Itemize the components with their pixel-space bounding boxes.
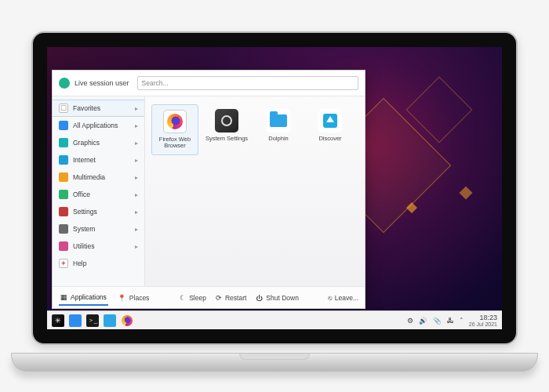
- sidebar-item-multimedia[interactable]: Multimedia ▸: [53, 169, 144, 186]
- search-input[interactable]: Search...: [137, 76, 358, 90]
- sidebar-item-label: Settings: [73, 208, 97, 216]
- system-icon: [59, 224, 68, 234]
- chevron-right-icon: ▸: [135, 243, 138, 250]
- app-label: System Settings: [205, 136, 248, 142]
- chevron-right-icon: ▸: [135, 122, 138, 129]
- office-icon: [59, 190, 68, 199]
- app-label: Firefox Web Browser: [154, 136, 196, 150]
- panel-clock[interactable]: 18:23 26 Jul 2021: [469, 314, 497, 327]
- sidebar-item-favorites[interactable]: ☐ Favorites ▸: [53, 100, 144, 117]
- chevron-right-icon: ▸: [135, 157, 138, 164]
- action-label: Restart: [225, 294, 246, 302]
- restart-icon: ⟳: [216, 294, 222, 302]
- chevron-right-icon: ▸: [135, 226, 138, 233]
- discover-icon: [318, 109, 342, 132]
- laptop-notch: [239, 354, 310, 360]
- sidebar-item-label: System: [73, 225, 95, 233]
- search-placeholder: Search...: [142, 79, 169, 87]
- shutdown-button[interactable]: ⏻ Shut Down: [256, 294, 299, 302]
- appmenu-body: ☐ Favorites ▸ All Applications ▸ Graphic…: [53, 96, 365, 286]
- firefox-icon: [163, 110, 187, 133]
- graphics-icon: [59, 138, 68, 147]
- user-avatar-icon: [59, 78, 70, 89]
- app-discover[interactable]: Discover: [307, 104, 354, 155]
- sidebar-item-system[interactable]: System ▸: [53, 220, 144, 238]
- favorites-grid: Firefox Web Browser System Settings Dolp…: [151, 104, 358, 155]
- sidebar-item-help[interactable]: + Help: [53, 255, 144, 272]
- pinned-firefox-icon[interactable]: [121, 314, 133, 327]
- sidebar-item-label: Graphics: [73, 139, 100, 147]
- app-firefox[interactable]: Firefox Web Browser: [151, 104, 198, 155]
- app-label: Discover: [318, 136, 341, 142]
- bookmark-icon: ☐: [59, 103, 68, 113]
- appmenu-header: Live session user Search...: [53, 71, 365, 96]
- footer-tabs: ▦ Applications 📍 Places: [59, 290, 151, 306]
- tab-label: Places: [129, 294, 150, 302]
- laptop-frame: Live session user Search... ☐ Favorites …: [31, 31, 518, 361]
- leave-button[interactable]: ⎋ Leave...: [328, 294, 358, 302]
- help-icon: +: [59, 259, 68, 268]
- sidebar-item-all-applications[interactable]: All Applications ▸: [53, 117, 144, 134]
- chevron-right-icon: ▸: [135, 209, 138, 216]
- chevron-right-icon: ▸: [135, 191, 138, 198]
- action-label: Sleep: [189, 294, 206, 302]
- category-sidebar: ☐ Favorites ▸ All Applications ▸ Graphic…: [53, 96, 145, 286]
- sleep-icon: ☾: [180, 294, 186, 302]
- chevron-right-icon: ▸: [135, 174, 138, 181]
- sidebar-item-utilities[interactable]: Utilities ▸: [53, 238, 144, 255]
- utilities-icon: [59, 241, 68, 251]
- sidebar-item-office[interactable]: Office ▸: [53, 186, 144, 203]
- sidebar-item-graphics[interactable]: Graphics ▸: [53, 134, 144, 151]
- action-label: Shut Down: [266, 294, 299, 302]
- pinned-dashboard-icon[interactable]: [69, 314, 82, 327]
- tray-updates-icon[interactable]: ⚙: [407, 317, 413, 325]
- favorites-pane: Firefox Web Browser System Settings Dolp…: [145, 96, 365, 286]
- application-menu: Live session user Search... ☐ Favorites …: [52, 70, 365, 309]
- sidebar-item-label: Utilities: [73, 242, 94, 250]
- restart-button[interactable]: ⟳ Restart: [216, 294, 246, 302]
- tray-volume-icon[interactable]: 🔊: [419, 317, 427, 325]
- leave-icon: ⎋: [328, 294, 332, 302]
- power-icon: ⏻: [256, 294, 263, 302]
- sidebar-item-label: All Applications: [73, 122, 118, 129]
- system-tray: ⚙ 🔊 📎 🖧 ˄ 18:23 26 Jul 2021: [407, 314, 497, 327]
- screen-bezel: Live session user Search... ☐ Favorites …: [31, 31, 518, 345]
- sidebar-item-internet[interactable]: Internet ▸: [53, 151, 144, 169]
- app-launcher-button[interactable]: ✳: [52, 314, 64, 327]
- multimedia-icon: [59, 172, 68, 182]
- sidebar-item-label: Help: [73, 260, 86, 267]
- laptop-base: [11, 353, 538, 372]
- pinned-apps: ＞_: [69, 314, 133, 327]
- clock-date: 26 Jul 2021: [469, 321, 497, 327]
- places-tab-icon: 📍: [118, 294, 126, 302]
- pinned-files-icon[interactable]: [104, 314, 116, 327]
- sidebar-item-settings[interactable]: Settings ▸: [53, 203, 144, 220]
- action-label: Leave...: [335, 294, 358, 302]
- monitor-screen: Live session user Search... ☐ Favorites …: [47, 47, 502, 329]
- apps-tab-icon: ▦: [60, 293, 67, 301]
- app-dolphin[interactable]: Dolphin: [255, 104, 302, 155]
- session-user-label: Live session user: [75, 79, 133, 87]
- sidebar-item-label: Internet: [73, 156, 96, 164]
- clock-time: 18:23: [469, 314, 497, 321]
- tab-applications[interactable]: ▦ Applications: [59, 290, 108, 306]
- sleep-button[interactable]: ☾ Sleep: [180, 294, 206, 302]
- tab-places[interactable]: 📍 Places: [116, 290, 151, 306]
- tray-chevron-icon[interactable]: ˄: [460, 317, 464, 325]
- system-settings-icon: [215, 109, 238, 132]
- appmenu-footer: ▦ Applications 📍 Places ☾ Sleep: [53, 286, 365, 308]
- taskbar-panel: ✳ ＞_ ⚙ 🔊 📎 🖧 ˄ 18:23 26 Jul 2021: [47, 310, 502, 329]
- app-label: Dolphin: [268, 136, 288, 142]
- tray-network-icon[interactable]: 🖧: [447, 317, 454, 325]
- app-system-settings[interactable]: System Settings: [203, 104, 250, 155]
- chevron-right-icon: ▸: [135, 105, 138, 112]
- sidebar-item-label: Multimedia: [73, 173, 105, 181]
- dolphin-icon: [267, 109, 290, 132]
- sidebar-item-label: Office: [73, 191, 90, 198]
- apps-grid-icon: [59, 121, 68, 130]
- pinned-terminal-icon[interactable]: ＞_: [86, 314, 99, 327]
- tab-label: Applications: [71, 293, 107, 301]
- chevron-right-icon: ▸: [135, 140, 138, 147]
- tray-clipboard-icon[interactable]: 📎: [433, 317, 442, 325]
- settings-icon: [59, 207, 68, 216]
